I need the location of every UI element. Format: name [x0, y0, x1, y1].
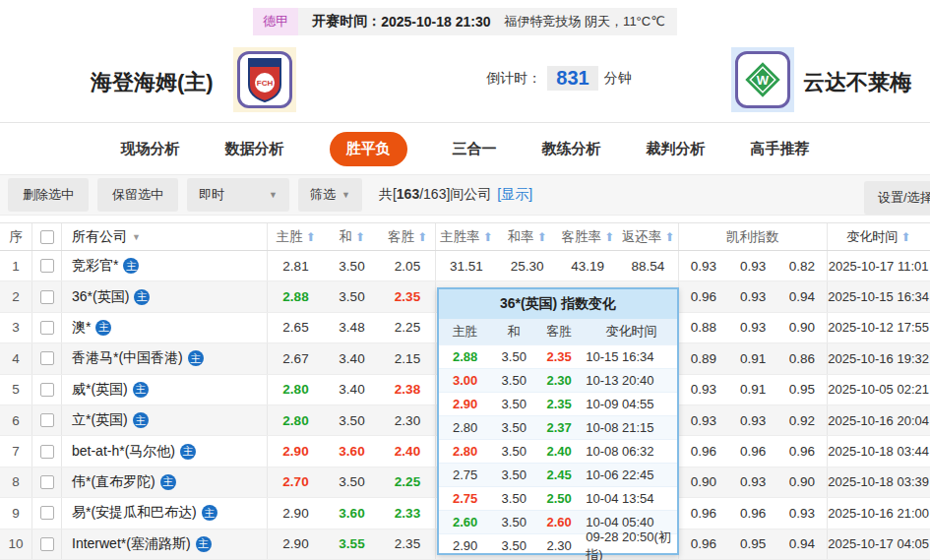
row-checkbox[interactable] — [40, 290, 54, 304]
change-time-cell: 2025-10-05 02:21 — [828, 375, 930, 404]
kelly-cell: 0.93 — [679, 405, 728, 435]
popup-header-away: 客胜 — [536, 323, 582, 341]
tab-win-draw-loss[interactable]: 胜平负 — [330, 132, 407, 166]
company-cell[interactable]: 香港马*(中国香港)主 — [62, 343, 268, 373]
draw-odds-cell[interactable]: 3.60 — [324, 436, 380, 466]
row-seq: 1 — [0, 251, 32, 280]
tab-referee-analysis[interactable]: 裁判分析 — [647, 140, 706, 158]
away-odds-cell[interactable]: 2.35 — [380, 529, 436, 559]
away-odds-cell[interactable]: 2.38 — [380, 375, 436, 404]
row-checkbox-cell — [32, 343, 62, 373]
change-time-cell: 2025-10-17 11:01 — [828, 251, 930, 280]
draw-odds-cell[interactable]: 3.48 — [324, 313, 380, 342]
sort-asc-icon: ⬆ — [604, 230, 614, 244]
row-checkbox[interactable] — [40, 413, 54, 427]
header-company[interactable]: 所有公司 ▼ — [62, 223, 268, 250]
home-odds-cell[interactable]: 2.81 — [268, 251, 324, 280]
draw-odds-cell[interactable]: 3.50 — [324, 281, 380, 311]
row-seq: 6 — [0, 405, 32, 435]
popup-away-odds: 2.30 — [536, 373, 582, 388]
company-cell[interactable]: 立*(英国)主 — [62, 405, 268, 435]
tab-live-analysis[interactable]: 现场分析 — [121, 140, 180, 158]
row-checkbox[interactable] — [40, 259, 54, 273]
return-rate-cell: 88.54 — [618, 251, 679, 280]
company-cell[interactable]: 威*(英国)主 — [62, 375, 268, 404]
kickoff-time: 2025-10-18 21:30 — [381, 14, 490, 30]
home-odds-cell[interactable]: 2.65 — [268, 313, 324, 342]
odds-change-popup: 36*(英国) 指数变化 主胜 和 客胜 变化时间 2.883.502.3510… — [437, 287, 679, 555]
tab-three-in-one[interactable]: 三合一 — [453, 140, 497, 158]
kelly-cell: 0.94 — [777, 281, 827, 311]
row-checkbox[interactable] — [40, 383, 54, 397]
row-checkbox[interactable] — [40, 506, 54, 520]
popup-change-time: 09-28 20:50(初指) — [582, 529, 677, 560]
header-home-sort[interactable]: 主胜⬆ — [268, 223, 324, 250]
home-team-name: 海登海姆(主) — [91, 68, 214, 97]
away-odds-cell[interactable]: 2.05 — [380, 251, 436, 280]
company-cell[interactable]: bet-at-h*(马尔他)主 — [62, 436, 268, 466]
home-odds-cell[interactable]: 2.70 — [268, 467, 324, 497]
header-draw-sort[interactable]: 和⬆ — [324, 223, 380, 250]
away-odds-cell[interactable]: 2.15 — [380, 343, 436, 373]
away-odds-cell[interactable]: 2.35 — [380, 281, 436, 311]
home-odds-cell[interactable]: 2.90 — [268, 498, 324, 528]
company-name: 香港马*(中国香港) — [72, 349, 183, 367]
popup-draw-odds: 3.50 — [491, 420, 536, 435]
row-checkbox[interactable] — [40, 475, 54, 489]
home-odds-cell[interactable]: 2.80 — [268, 405, 324, 435]
draw-odds-cell[interactable]: 3.40 — [324, 375, 380, 404]
company-cell[interactable]: 竞彩官*主 — [62, 251, 268, 280]
kelly-cell: 0.96 — [728, 436, 777, 466]
company-cell[interactable]: 澳*主 — [62, 313, 268, 342]
header-company-label: 所有公司 — [72, 228, 127, 246]
away-odds-cell[interactable]: 2.33 — [380, 498, 436, 528]
home-odds-cell[interactable]: 2.90 — [268, 529, 324, 559]
kelly-cell: 0.93 — [728, 467, 777, 497]
away-odds-cell[interactable]: 2.25 — [380, 467, 436, 497]
row-checkbox[interactable] — [40, 321, 54, 335]
header-home-rate-sort[interactable]: 主胜率⬆ — [436, 223, 497, 250]
header-away-sort[interactable]: 客胜⬆ — [380, 223, 436, 250]
popup-header-home: 主胜 — [439, 323, 491, 341]
company-cell[interactable]: 伟*(直布罗陀)主 — [62, 467, 268, 497]
row-checkbox[interactable] — [40, 351, 54, 365]
row-checkbox[interactable] — [40, 445, 54, 459]
svg-text:FCH: FCH — [257, 79, 274, 88]
draw-odds-cell[interactable]: 3.55 — [324, 529, 380, 559]
draw-odds-cell[interactable]: 3.50 — [324, 405, 380, 435]
company-cell[interactable]: Interwet*(塞浦路斯)主 — [62, 529, 268, 559]
tab-coach-analysis[interactable]: 教练分析 — [542, 140, 601, 158]
away-odds-cell[interactable]: 2.30 — [380, 405, 436, 435]
header-change-time-sort[interactable]: 变化时间⬆ — [828, 223, 930, 250]
company-cell[interactable]: 36*(英国)主 — [62, 281, 268, 311]
company-cell[interactable]: 易*(安提瓜和巴布达)主 — [62, 498, 268, 528]
show-link[interactable]: [显示] — [497, 186, 532, 204]
home-odds-cell[interactable]: 2.88 — [268, 281, 324, 311]
time-filter-dropdown[interactable]: 即时 ▼ — [187, 178, 289, 212]
kelly-cell: 0.93 — [679, 251, 728, 280]
draw-odds-cell[interactable]: 3.50 — [324, 251, 380, 280]
change-time-cell: 2025-10-15 16:34 — [828, 281, 930, 311]
draw-odds-cell[interactable]: 3.50 — [324, 467, 380, 497]
tab-expert-recommend[interactable]: 高手推荐 — [751, 140, 810, 158]
away-odds-cell[interactable]: 2.40 — [380, 436, 436, 466]
table-row[interactable]: 1竞彩官*主2.813.502.0531.5125.3043.1988.540.… — [0, 251, 930, 281]
filter-dropdown[interactable]: 筛选 ▼ — [298, 178, 362, 212]
home-odds-cell[interactable]: 2.90 — [268, 436, 324, 466]
draw-odds-cell[interactable]: 3.40 — [324, 343, 380, 373]
row-checkbox[interactable] — [40, 537, 54, 551]
keep-selected-button[interactable]: 保留选中 — [97, 178, 178, 212]
settings-select-button[interactable]: 设置/选择 — [864, 181, 930, 215]
away-odds-cell[interactable]: 2.25 — [380, 313, 436, 342]
header-away-rate-sort[interactable]: 客胜率⬆ — [557, 223, 618, 250]
select-all-checkbox[interactable] — [40, 230, 54, 244]
delete-selected-button[interactable]: 删除选中 — [8, 178, 89, 212]
kelly-cell: 0.90 — [777, 467, 827, 497]
header-draw-rate-sort[interactable]: 和率⬆ — [497, 223, 558, 250]
draw-odds-cell[interactable]: 3.60 — [324, 498, 380, 528]
header-return-rate-sort[interactable]: 返还率⬆ — [618, 223, 679, 250]
home-odds-cell[interactable]: 2.67 — [268, 343, 324, 373]
tab-data-analysis[interactable]: 数据分析 — [225, 140, 284, 158]
home-odds-cell[interactable]: 2.80 — [268, 375, 324, 404]
sort-asc-icon: ⬆ — [483, 230, 493, 244]
